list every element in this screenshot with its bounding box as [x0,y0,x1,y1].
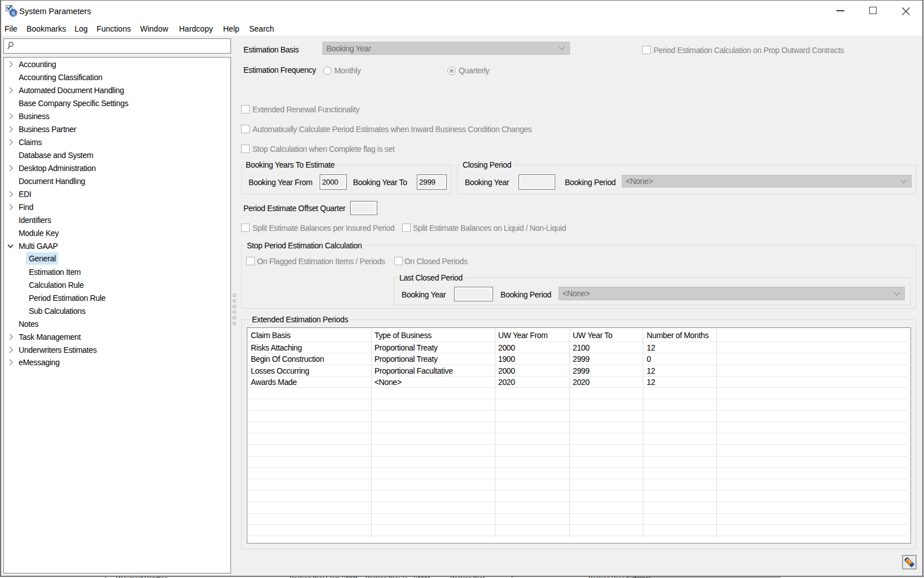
svg-text:S: S [11,10,15,16]
